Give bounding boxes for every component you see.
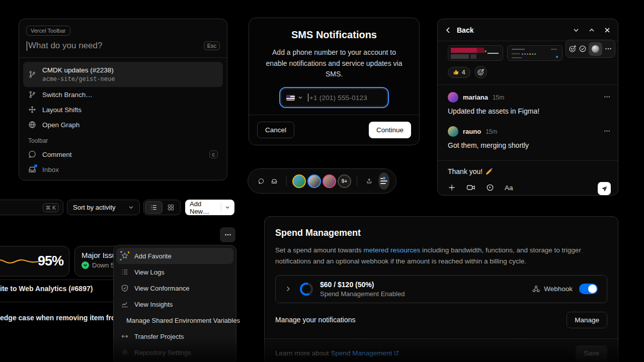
menu-item-label: View Logs xyxy=(134,268,165,276)
sort-dropdown[interactable]: Sort by activity xyxy=(67,200,140,215)
spend-management-link[interactable]: Spend Management xyxy=(331,349,399,357)
feed-item-title: ite to Web Analytics (#6897) xyxy=(0,285,114,293)
video-icon[interactable] xyxy=(466,184,475,192)
phone-number-input[interactable]: +1 (201) 555-0123 xyxy=(281,88,387,107)
move-icon xyxy=(28,106,36,114)
screen-capture-icon[interactable] xyxy=(486,184,494,192)
webhook-icon xyxy=(532,285,540,293)
feed-item[interactable]: ite to Web Analytics (#6897) xyxy=(0,280,114,293)
palette-item-comment[interactable]: Comment c xyxy=(23,147,223,162)
manage-button[interactable]: Manage xyxy=(567,312,607,328)
chevron-right-icon[interactable] xyxy=(285,286,291,292)
uptime-percent: 95% xyxy=(38,253,63,269)
comment-more-icon[interactable] xyxy=(603,127,611,135)
chevron-down-icon[interactable] xyxy=(225,205,230,210)
comment-icon[interactable] xyxy=(258,176,264,186)
menu-item-view-insights[interactable]: View Insights xyxy=(116,296,233,312)
project-more-button[interactable] xyxy=(220,227,235,242)
comments-thread-panel: Back xyxy=(437,19,618,196)
footer-link-label: Spend Management xyxy=(331,349,392,357)
palette-item-label: Open Graph xyxy=(42,121,79,129)
grid-view-button[interactable] xyxy=(163,201,179,214)
composer-draft-text: Thank you! xyxy=(448,167,482,175)
add-new-label: Add New… xyxy=(190,200,221,215)
avatar[interactable] xyxy=(448,92,458,103)
view-toggle xyxy=(143,200,181,215)
list-view-button[interactable] xyxy=(145,201,163,214)
footer-text: Learn more about xyxy=(275,349,329,357)
close-icon[interactable] xyxy=(604,27,611,34)
metered-resources-link[interactable]: metered resources xyxy=(364,246,421,254)
comment-icon xyxy=(28,150,36,158)
continue-button[interactable]: Continue xyxy=(369,122,411,138)
spend-usage-row[interactable]: $60 / $120 (50%) Spend Management Enable… xyxy=(275,275,607,303)
us-flag-icon xyxy=(286,95,295,101)
palette-item-cmdk-updates[interactable]: CMDK updates (#2238) acme-site/geist-neu… xyxy=(23,62,223,87)
collaborator-avatar[interactable] xyxy=(307,174,321,188)
add-reaction-icon[interactable] xyxy=(569,45,577,53)
collab-toolbar: 9+ xyxy=(248,168,396,194)
search-input[interactable]: ⌘ K xyxy=(0,200,63,215)
add-new-button[interactable]: Add New… xyxy=(185,200,234,215)
thumbs-up-icon xyxy=(453,69,459,75)
reply-composer[interactable]: Thank you! Aa xyxy=(438,160,618,192)
divider xyxy=(286,175,287,187)
modal-title: SMS Notifications xyxy=(249,29,419,41)
back-button[interactable]: Back xyxy=(445,26,473,34)
menu-item-repository-settings[interactable]: Repository Settings xyxy=(116,344,233,360)
add-attachment-icon[interactable] xyxy=(448,184,456,192)
feed-item[interactable]: edge case when removing item from cart ( xyxy=(0,302,114,322)
send-button[interactable] xyxy=(598,182,611,195)
attachment-thumbnail-2[interactable] xyxy=(507,45,562,61)
thread-header: Back xyxy=(438,19,618,41)
palette-item-open-graph[interactable]: Open Graph xyxy=(23,117,223,132)
add-reaction-icon xyxy=(477,68,485,76)
more-options-icon[interactable] xyxy=(604,45,612,53)
comment-timestamp: 15m xyxy=(486,128,497,135)
menu-item-transfer-projects[interactable]: Transfer Projects xyxy=(116,328,233,344)
modal-footer: Cancel Continue xyxy=(249,115,419,145)
collaborator-avatar[interactable] xyxy=(323,174,336,188)
chevron-down-icon[interactable] xyxy=(298,95,303,100)
comment-author: mariana xyxy=(463,94,488,101)
comment-more-icon[interactable] xyxy=(603,93,611,101)
chevron-up-icon[interactable] xyxy=(588,27,595,34)
menu-item-add-favorite[interactable]: Add Favorite xyxy=(116,248,233,264)
globe-icon xyxy=(28,121,36,129)
theme-toggle-selected[interactable] xyxy=(589,42,602,56)
add-reaction-button[interactable] xyxy=(474,66,487,78)
webhook-toggle[interactable] xyxy=(579,284,598,294)
palette-item-layout-shifts[interactable]: Layout Shifts xyxy=(23,102,223,117)
menu-item-manage-env-vars[interactable]: Manage Shared Environment Variables xyxy=(116,312,233,328)
palette-item-inbox[interactable]: Inbox xyxy=(23,162,223,177)
resolve-check-icon[interactable] xyxy=(579,45,587,53)
avatar[interactable] xyxy=(448,126,458,137)
overflow-avatars[interactable]: 9+ xyxy=(338,174,351,188)
attachment-thumbnail-1[interactable] xyxy=(448,45,503,61)
share-icon[interactable] xyxy=(366,176,372,186)
uptime-stat-card: 95% xyxy=(0,246,69,277)
cancel-button[interactable]: Cancel xyxy=(257,122,294,138)
vercel-toolbar-palette: Vercel Toolbar What do you need? Esc CMD… xyxy=(19,19,227,180)
spend-amount: $60 / $120 (50%) xyxy=(320,281,405,289)
comment-timestamp: 15m xyxy=(493,94,504,101)
chevron-down-icon xyxy=(128,205,134,210)
palette-item-switch-branch[interactable]: Switch Branch… xyxy=(23,87,223,102)
message-hover-actions xyxy=(566,40,615,58)
palette-search-input[interactable]: What do you need? Esc xyxy=(19,36,227,57)
text-format-button[interactable]: Aa xyxy=(505,184,513,192)
collaborator-avatar[interactable] xyxy=(292,174,306,188)
menu-item-view-conformance[interactable]: View Conformance xyxy=(116,280,233,296)
thumbs-up-reaction[interactable]: 4 xyxy=(448,67,470,78)
more-options-icon xyxy=(224,231,232,239)
grid-view-icon xyxy=(167,204,175,211)
vercel-toolbar-badge: Vercel Toolbar xyxy=(26,26,70,36)
save-button[interactable]: Save xyxy=(576,345,607,361)
toolbar-menu-button[interactable] xyxy=(378,172,389,190)
inbox-icon[interactable] xyxy=(271,176,277,186)
list-view-icon xyxy=(150,204,157,211)
palette-placeholder: What do you need? xyxy=(28,41,102,51)
chevron-down-icon[interactable] xyxy=(573,27,580,34)
menu-item-view-logs[interactable]: View Logs xyxy=(116,264,233,280)
palette-item-label: CMDK updates (#2238) xyxy=(42,66,115,74)
